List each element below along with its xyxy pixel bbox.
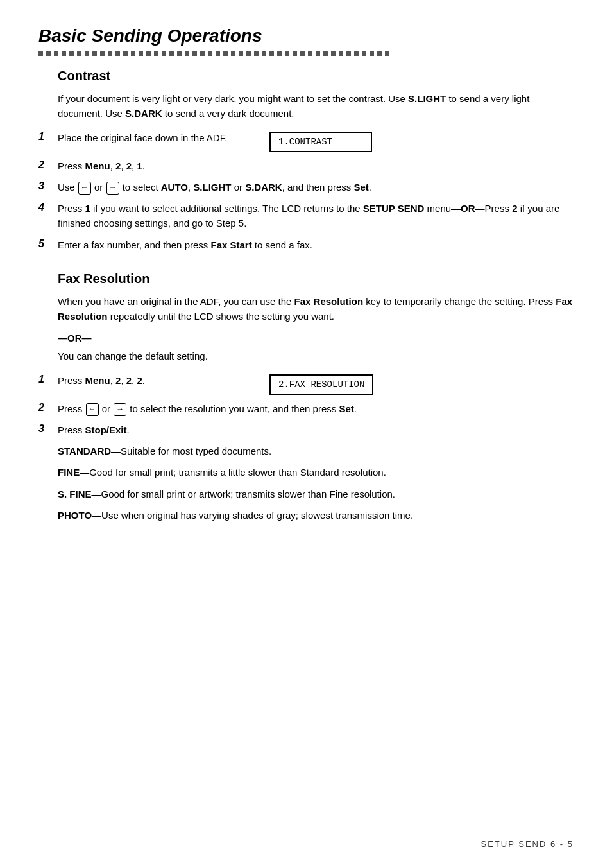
step-number-1: 1 bbox=[38, 130, 58, 143]
lcd-contrast: 1.CONTRAST bbox=[269, 132, 372, 152]
contrast-step-5: 5 Enter a fax number, and then press Fax… bbox=[38, 238, 574, 252]
divider-dots bbox=[38, 51, 574, 56]
slight-label: S.LIGHT bbox=[408, 93, 446, 104]
menu-bold: Menu bbox=[85, 161, 110, 171]
contrast-section: Contrast If your document is very light … bbox=[38, 69, 574, 252]
left-arrow-icon-2: ← bbox=[86, 403, 99, 416]
contrast-step-4: 4 Press 1 if you want to select addition… bbox=[38, 201, 574, 231]
fax-res-step-3: 3 Press Stop/Exit. bbox=[38, 422, 574, 437]
or-line: —OR— bbox=[58, 333, 574, 343]
contrast-intro: If your document is very light or very d… bbox=[58, 91, 574, 121]
desc-standard: STANDARD—Suitable for most typed documen… bbox=[58, 444, 574, 458]
contrast-title: Contrast bbox=[58, 69, 574, 83]
contrast-step1-text: Place the original face down in the ADF. bbox=[58, 130, 257, 145]
right-arrow-icon: → bbox=[106, 182, 119, 195]
contrast-step-1: 1 Place the original face down in the AD… bbox=[38, 130, 574, 152]
fax-resolution-intro: When you have an original in the ADF, yo… bbox=[58, 294, 574, 324]
lcd-fax-resolution: 2.FAX RESOLUTION bbox=[269, 374, 373, 395]
contrast-step-3: 3 Use ← or → to select AUTO, S.LIGHT or … bbox=[38, 180, 574, 195]
fax-res-step-2: 2 Press ← or → to select the resolution … bbox=[38, 401, 574, 416]
fax-res-step-1: 1 Press Menu, 2, 2, 2. 2.FAX RESOLUTION bbox=[38, 373, 574, 395]
fax-res-step-number-1: 1 bbox=[38, 373, 58, 385]
or-description: You can change the default setting. bbox=[58, 349, 574, 363]
fax-res-step1-text: Press Menu, 2, 2, 2. bbox=[58, 373, 257, 388]
desc-sfine: S. FINE—Good for small print or artwork;… bbox=[58, 487, 574, 501]
left-arrow-icon: ← bbox=[78, 182, 91, 195]
right-arrow-icon-2: → bbox=[114, 403, 126, 416]
page-title: Basic Sending Operations bbox=[38, 26, 574, 46]
desc-fine: FINE—Good for small print; transmits a l… bbox=[58, 465, 574, 480]
sdark-label: S.DARK bbox=[125, 108, 162, 119]
contrast-step-2: 2 Press Menu, 2, 2, 1. bbox=[38, 159, 574, 173]
desc-photo: PHOTO—Use when original has varying shad… bbox=[58, 508, 574, 523]
page-footer: SETUP SEND 6 - 5 bbox=[481, 839, 574, 849]
fax-resolution-section: Fax Resolution When you have an original… bbox=[38, 272, 574, 523]
fax-resolution-title: Fax Resolution bbox=[58, 272, 574, 286]
